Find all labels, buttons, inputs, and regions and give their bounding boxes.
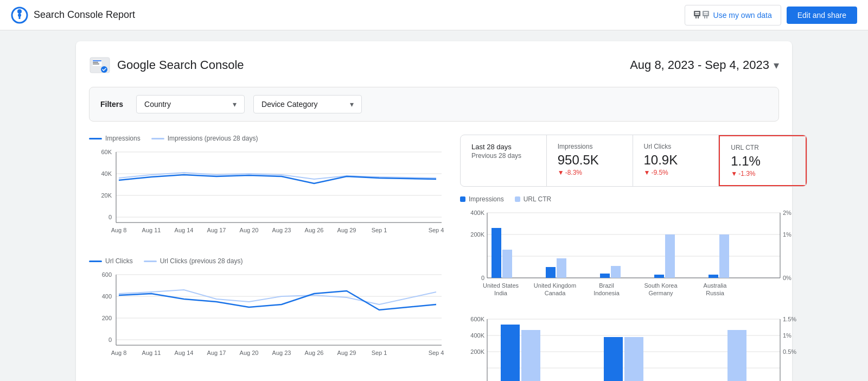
svg-text:Aug 29: Aug 29 — [337, 350, 356, 356]
url-ctr-down-icon: ▼ — [731, 170, 737, 177]
svg-text:60K: 60K — [101, 149, 112, 155]
date-range-text: Aug 8, 2023 - Sep 4, 2023 — [630, 58, 769, 72]
svg-text:200K: 200K — [470, 231, 484, 238]
use-own-data-button[interactable]: Use my own data — [685, 5, 781, 26]
device-category-filter[interactable]: Device Category ▾ — [253, 95, 362, 113]
svg-text:India: India — [494, 290, 508, 296]
device-bar-svg: 600K 400K 200K 0 1.5% 1% 0.5% 0% — [460, 314, 807, 381]
svg-text:Aug 23: Aug 23 — [272, 227, 291, 233]
svg-point-1 — [17, 9, 22, 14]
svg-text:0%: 0% — [783, 275, 792, 281]
svg-text:0.5%: 0.5% — [783, 348, 796, 355]
svg-text:United States: United States — [483, 282, 519, 289]
svg-rect-7 — [695, 16, 697, 18]
svg-text:200K: 200K — [470, 348, 484, 355]
svg-text:Russia: Russia — [706, 290, 725, 296]
country-filter-label: Country — [144, 100, 171, 109]
connector-icon — [694, 10, 709, 21]
nav-title: Search Console Report — [34, 9, 135, 21]
url-ctr-stat-value: 1.1% — [731, 154, 795, 169]
use-own-data-label: Use my own data — [713, 11, 772, 20]
url-clicks-stat-change: ▼ -9.5% — [644, 169, 708, 176]
filters-row: Filters Country ▾ Device Category ▾ — [89, 87, 779, 122]
svg-rect-73 — [492, 228, 501, 278]
app-logo — [11, 7, 28, 24]
country-bar-svg: 400K 200K 0 2% 1% 0% — [460, 207, 807, 305]
country-ctr-legend-icon — [515, 196, 520, 202]
report-header-left: Google Search Console — [89, 54, 244, 76]
impressions-chart: Impressions Impressions (previous 28 day… — [89, 135, 447, 244]
url-clicks-legend: Url Clicks Url Clicks (previous 28 days) — [89, 257, 447, 265]
svg-rect-74 — [502, 250, 512, 278]
svg-rect-10 — [704, 12, 708, 13]
svg-rect-110 — [521, 330, 540, 381]
country-chart-legend: Impressions URL CTR — [460, 195, 807, 203]
svg-text:Aug 23: Aug 23 — [272, 350, 291, 356]
impressions-stat-change: ▼ -8.3% — [558, 169, 622, 176]
clicks-current-line-icon — [89, 261, 102, 262]
svg-rect-8 — [698, 16, 699, 18]
svg-rect-79 — [654, 275, 664, 278]
svg-text:Germany: Germany — [648, 290, 673, 296]
svg-rect-109 — [501, 325, 520, 381]
svg-text:Sep 4: Sep 4 — [429, 350, 444, 356]
impressions-line-svg: 60K 40K 20K 0 Aug 8 Aug 11 Aug 14 Aug 17… — [89, 147, 447, 244]
impressions-stat-label: Impressions — [558, 143, 622, 150]
impressions-current-line-icon — [89, 138, 102, 139]
clicks-legend-previous: Url Clicks (previous 28 days) — [144, 257, 243, 265]
stat-impressions: Impressions 950.5K ▼ -8.3% — [547, 135, 633, 186]
url-clicks-stat-value: 10.9K — [644, 153, 708, 168]
svg-text:Aug 14: Aug 14 — [175, 227, 194, 233]
svg-text:Aug 29: Aug 29 — [337, 227, 356, 233]
svg-text:Sep 1: Sep 1 — [372, 227, 387, 233]
svg-text:Sep 1: Sep 1 — [372, 350, 387, 356]
country-filter-chevron-icon: ▾ — [233, 100, 237, 109]
country-impressions-legend-icon — [460, 196, 465, 202]
country-ctr-legend: URL CTR — [515, 195, 552, 203]
svg-text:Canada: Canada — [545, 290, 566, 296]
stats-bar: Last 28 days Previous 28 days Impression… — [460, 135, 807, 187]
filters-label: Filters — [100, 100, 123, 109]
report-title: Google Search Console — [117, 58, 244, 72]
svg-rect-17 — [93, 62, 98, 63]
svg-text:Aug 11: Aug 11 — [142, 350, 161, 356]
svg-rect-5 — [695, 12, 699, 13]
clicks-previous-label: Url Clicks (previous 28 days) — [160, 257, 243, 265]
country-filter[interactable]: Country ▾ — [136, 95, 245, 113]
edit-share-button[interactable]: Edit and share — [787, 7, 857, 24]
dashboard-grid: Impressions Impressions (previous 28 day… — [89, 135, 779, 381]
right-column: Last 28 days Previous 28 days Impression… — [460, 135, 807, 381]
device-filter-chevron-icon: ▾ — [350, 100, 354, 109]
svg-rect-16 — [93, 60, 101, 61]
svg-text:0: 0 — [481, 275, 484, 281]
svg-rect-12 — [704, 16, 705, 18]
clicks-current-label: Url Clicks — [105, 257, 133, 265]
impressions-legend-previous: Impressions (previous 28 days) — [151, 135, 258, 142]
svg-text:20K: 20K — [101, 192, 112, 199]
stat-period-sub-label: Previous 28 days — [471, 152, 535, 160]
svg-text:0: 0 — [108, 336, 112, 343]
svg-rect-81 — [709, 275, 718, 278]
svg-text:Sep 4: Sep 4 — [429, 227, 444, 233]
date-range-chevron-icon: ▾ — [774, 59, 779, 72]
svg-text:South Korea: South Korea — [644, 282, 678, 289]
device-bar-chart: 600K 400K 200K 0 1.5% 1% 0.5% 0% — [460, 314, 807, 381]
report-header: Google Search Console Aug 8, 2023 - Sep … — [89, 54, 779, 76]
url-clicks-stat-label: Url Clicks — [644, 143, 708, 150]
svg-text:Aug 8: Aug 8 — [111, 350, 127, 356]
date-range-selector[interactable]: Aug 8, 2023 - Sep 4, 2023 ▾ — [630, 58, 779, 72]
url-ctr-change-value: -1.3% — [738, 170, 755, 177]
stat-url-clicks: Url Clicks 10.9K ▼ -9.5% — [633, 135, 719, 186]
impressions-stat-value: 950.5K — [558, 153, 622, 168]
impressions-previous-line-icon — [151, 138, 164, 139]
url-ctr-stat-change: ▼ -1.3% — [731, 170, 795, 177]
url-clicks-chart: Url Clicks Url Clicks (previous 28 days) — [89, 257, 447, 367]
country-bar-chart: Impressions URL CTR — [460, 195, 807, 305]
svg-rect-75 — [546, 267, 556, 278]
svg-rect-13 — [706, 16, 707, 18]
svg-text:200: 200 — [102, 315, 112, 321]
svg-rect-111 — [604, 337, 623, 381]
impressions-down-icon: ▼ — [558, 169, 564, 176]
gsc-icon — [89, 54, 111, 76]
impressions-previous-label: Impressions (previous 28 days) — [168, 135, 258, 142]
